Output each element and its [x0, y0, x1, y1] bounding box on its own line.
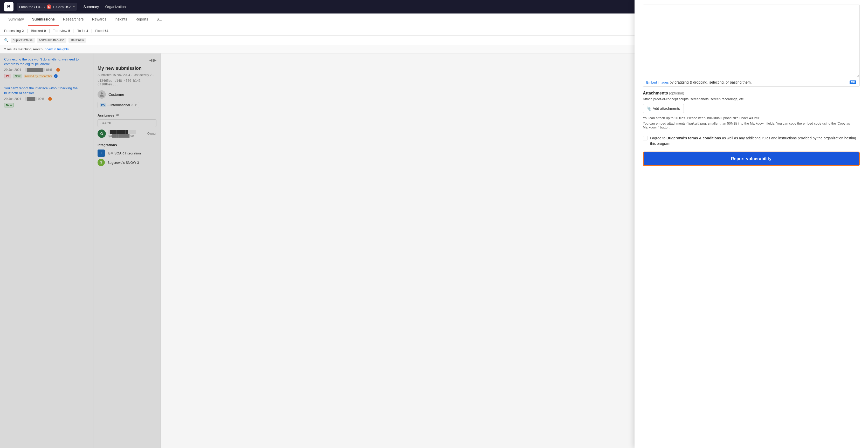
tab-more[interactable]: S... — [152, 13, 166, 26]
corp-name: E-Corp USA — [53, 5, 71, 9]
assignees-eye-icon: 👁 — [116, 113, 119, 117]
view-in-insights-link[interactable]: View in Insights — [45, 47, 69, 51]
color-dot-2 — [48, 97, 52, 101]
filter-sep-4: | — [91, 29, 92, 33]
customer-row: Customer — [97, 90, 156, 99]
severity-dropdown[interactable]: P5 —Informational ✕ ▾ — [97, 102, 139, 108]
customer-avatar — [97, 90, 106, 99]
breadcrumb-chevron[interactable]: ▾ — [73, 5, 75, 8]
tab-insights[interactable]: Insights — [111, 13, 131, 26]
tab-summary[interactable]: Summary — [4, 13, 28, 26]
attachments-note-1: You can attach up to 20 files. Please ke… — [643, 116, 860, 120]
severity-label: —Informational — [107, 103, 130, 107]
paperclip-icon: 📎 — [647, 107, 651, 111]
submission-detail-panel: ◀ ▶ My new submission Submitted 15 Nov 2… — [93, 54, 161, 448]
info-icon-1: i — [54, 74, 58, 78]
submission-title-1[interactable]: Connecting the bus won't do anything, we… — [4, 57, 89, 66]
submission-item-2[interactable]: You can't reboot the interface without h… — [0, 82, 93, 111]
nav-next-icon[interactable]: ▶ — [153, 58, 156, 63]
ibm-integration-name: IBM SOAR Integration — [107, 151, 141, 155]
terms-text: I agree to Bugcrowd's terms & conditions… — [650, 136, 860, 146]
search-tag-duplicate[interactable]: duplicate:false — [11, 38, 35, 43]
modal-scroll-area: Embed images by dragging & dropping, sel… — [634, 0, 868, 448]
assignee-email: qa████████.com — [108, 134, 136, 138]
submission-detail-title: My new submission — [97, 66, 156, 71]
tag-new-2: New — [4, 103, 14, 108]
submission-item-1[interactable]: Connecting the bus won't do anything, we… — [0, 54, 93, 82]
customer-label: Customer — [108, 92, 124, 96]
submission-tags-2: New — [4, 103, 89, 108]
person-icon — [99, 92, 104, 97]
submission-detail-meta: Submitted 15 Nov 2024 · Last activity 2.… — [97, 73, 156, 77]
tag-blocked: Blocked by researcher — [24, 74, 52, 78]
breadcrumb-separator: / — [44, 5, 45, 9]
description-container: Embed images by dragging & dropping, sel… — [643, 4, 860, 87]
assignees-search-input[interactable] — [97, 119, 156, 127]
tab-rewards[interactable]: Rewards — [88, 13, 110, 26]
filter-to-review[interactable]: To review 5 — [53, 29, 70, 33]
assignees-section: Assignees 👁 G ████████ qa████████.com Ow… — [97, 113, 156, 138]
submission-meta-2: 29 Jun 2021 · ████ 92% · — [4, 97, 89, 101]
header-nav: Summary Organization — [84, 5, 126, 9]
logo: B — [4, 2, 13, 11]
assignee-item: G ████████ qa████████.com Owner — [97, 129, 156, 138]
integration-ibm[interactable]: I IBM SOAR Integration — [97, 150, 156, 157]
filter-to-fix[interactable]: To fix 4 — [77, 29, 88, 33]
submission-title-2[interactable]: You can't reboot the interface without h… — [4, 86, 89, 95]
filter-sep-3: | — [73, 29, 74, 33]
filter-blocked[interactable]: Blocked 0 — [31, 29, 45, 33]
assignee-role: Owner — [147, 132, 156, 136]
search-tag-state[interactable]: state:new — [68, 38, 86, 43]
textarea-footer: Embed images by dragging & dropping, sel… — [643, 78, 860, 86]
assignee-info: ████████ qa████████.com — [108, 130, 136, 138]
submission-meta-1: 29 Jun 2021 · ████████ 86% · — [4, 68, 89, 72]
snow-integration-name: Bugcrowd's SNOW 3 — [107, 161, 139, 165]
nav-organization[interactable]: Organization — [105, 5, 126, 9]
tab-submissions[interactable]: Submissions — [28, 13, 59, 26]
nav-prev-icon[interactable]: ◀ — [149, 58, 152, 63]
attachments-note-2: You can embed attachments (.jpg/.gif/.pn… — [643, 121, 860, 129]
assignee-avatar: G — [97, 129, 106, 138]
panel-nav: ◀ ▶ — [97, 58, 156, 63]
description-textarea[interactable] — [643, 4, 860, 77]
snow-icon: S — [97, 159, 105, 166]
tag-p1: P1 — [4, 74, 11, 79]
submission-detail-id: e12465ee-b148-4530-b143-0f188b92... — [97, 79, 156, 86]
ibm-icon: I — [97, 150, 105, 157]
org-name: Luma the / Lu... — [19, 5, 42, 9]
tag-new-1: New — [13, 74, 22, 79]
report-modal: Embed images by dragging & dropping, sel… — [634, 0, 868, 448]
severity-p5-badge: P5 — [100, 103, 106, 107]
embed-desc: by dragging & dropping, selecting, or pa… — [670, 80, 752, 84]
nav-dashboard[interactable]: Summary — [84, 5, 99, 9]
attachments-title: Attachments — [643, 91, 668, 95]
severity-chevron-icon[interactable]: ▾ — [135, 103, 137, 107]
results-count: 2 results matching search — [4, 47, 42, 51]
corp-badge: E — [47, 4, 51, 9]
terms-section: I agree to Bugcrowd's terms & conditions… — [643, 136, 860, 146]
filter-sep-2: | — [49, 29, 50, 33]
severity-close-icon[interactable]: ✕ — [131, 103, 134, 107]
attachments-desc: Attach proof-of-concept scripts, screens… — [643, 97, 860, 101]
assignee-name: ████████ — [108, 130, 136, 134]
integration-snow[interactable]: S Bugcrowd's SNOW 3 — [97, 159, 156, 166]
terms-checkbox[interactable] — [643, 136, 648, 141]
filter-sep-1: | — [27, 29, 28, 33]
assignees-label: Assignees 👁 — [97, 113, 156, 117]
add-attachments-button[interactable]: 📎 Add attachments — [643, 104, 684, 113]
embed-images-link[interactable]: Embed images — [646, 81, 669, 84]
markdown-badge: MD — [849, 81, 856, 84]
search-tag-sort[interactable]: sort:submitted-asc — [37, 38, 66, 43]
filter-processing[interactable]: Processing 2 — [4, 29, 24, 33]
attachments-optional: (optional) — [669, 91, 684, 95]
attachments-section: Attachments (optional) Attach proof-of-c… — [643, 91, 860, 129]
integrations-section: Integrations I IBM SOAR Integration S Bu… — [97, 143, 156, 166]
filter-fixed[interactable]: Fixed 64 — [95, 29, 108, 33]
color-dot-1 — [56, 68, 60, 72]
tab-reports[interactable]: Reports — [131, 13, 152, 26]
report-vulnerability-button[interactable]: Report vulnerability — [643, 152, 860, 166]
breadcrumb[interactable]: Luma the / Lu... / E E-Corp USA ▾ — [17, 3, 77, 11]
submissions-list: Connecting the bus won't do anything, we… — [0, 54, 93, 448]
tab-researchers[interactable]: Researchers — [59, 13, 88, 26]
search-icon: 🔍 — [4, 38, 8, 42]
